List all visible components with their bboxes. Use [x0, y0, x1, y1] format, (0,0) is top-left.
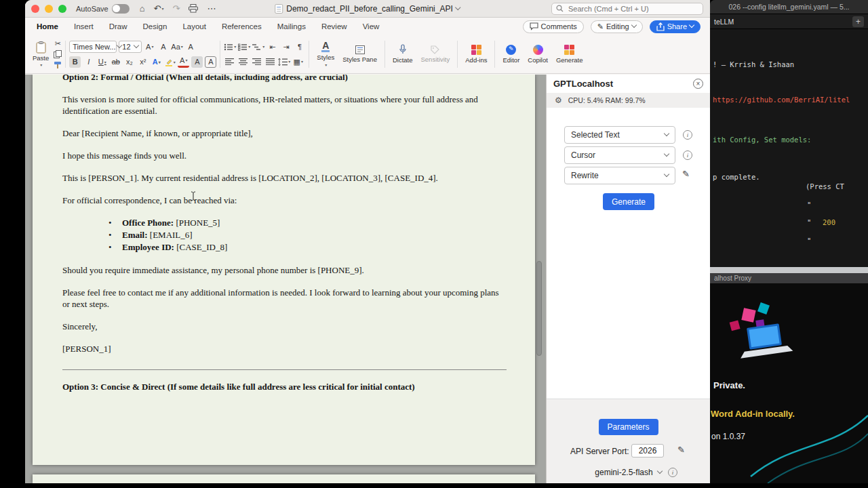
search-input[interactable] [567, 4, 698, 14]
change-case-button[interactable]: Aa [171, 41, 182, 53]
edit-port-icon[interactable]: ✎ [677, 445, 685, 455]
info-icon[interactable]: i [683, 150, 692, 160]
cut-icon[interactable]: ✂ [55, 40, 61, 47]
clear-formatting-button[interactable]: A [185, 41, 197, 53]
font-size-select[interactable]: 12 [119, 41, 142, 53]
document-page[interactable]: Option 2: Formal / Official (When all de… [33, 75, 535, 465]
print-icon[interactable] [189, 4, 198, 13]
superscript-button[interactable]: x² [137, 56, 149, 68]
strikethrough-button[interactable]: ab [110, 56, 121, 68]
parameters-button[interactable]: Parameters [598, 419, 658, 435]
subscript-button[interactable]: x₂ [123, 56, 135, 68]
multilevel-list-button[interactable] [252, 41, 264, 53]
chevron-down-icon [664, 151, 669, 157]
sensitivity-button[interactable]: Sensitivity [417, 45, 454, 63]
ribbon-tab[interactable]: Home [37, 22, 58, 30]
bullet-value: [PHONE_5] [174, 218, 220, 228]
ribbon-tab[interactable]: Design [143, 22, 167, 30]
italic-button[interactable]: I [83, 56, 94, 68]
format-painter-icon[interactable] [54, 61, 62, 69]
next-page-edge [33, 474, 535, 483]
copy-icon[interactable] [54, 50, 62, 58]
font-name-select[interactable]: Times New... [69, 41, 117, 53]
shrink-font-button[interactable]: A [157, 41, 169, 53]
line-spacing-button[interactable] [278, 56, 290, 68]
chevron-down-icon [631, 22, 636, 28]
close-window-button[interactable] [31, 5, 39, 13]
styles-pane-button[interactable]: Styles Pane [338, 45, 381, 63]
ribbon-tab[interactable]: Layout [182, 22, 206, 30]
search-box[interactable] [551, 3, 703, 15]
info-icon[interactable]: i [668, 468, 677, 477]
comments-button[interactable]: Comments [523, 20, 584, 33]
terminal-line: " [807, 201, 811, 209]
autosave-toggle-knob [113, 5, 120, 12]
bold-button[interactable]: B [69, 56, 81, 68]
terminal-line: https://github.com/BerriAI/litel [713, 96, 850, 104]
editing-mode-button[interactable]: ✎ Editing [591, 20, 643, 33]
indent-button[interactable]: ⇥ [280, 41, 292, 53]
editor-button[interactable]: ✎ Editor [498, 45, 524, 64]
borders-button[interactable]: ▦ [292, 56, 304, 68]
ribbon-tab[interactable]: Review [321, 22, 347, 30]
text-shading-button[interactable]: A [191, 56, 203, 68]
text-effects-button[interactable]: A [151, 56, 162, 68]
terminal-line: " [807, 237, 811, 245]
underline-button[interactable]: U [96, 56, 108, 68]
new-tab-button[interactable]: + [852, 16, 864, 27]
align-right-button[interactable] [251, 56, 262, 68]
terminal-line: 200 [823, 218, 835, 226]
justify-button[interactable] [264, 56, 276, 68]
bullet-label: Email: [122, 230, 148, 240]
ribbon-tab[interactable]: Insert [74, 22, 94, 30]
terminal-window[interactable]: 026 --config litellm_gemini.yaml — 5... … [710, 0, 868, 273]
document-scrollbar-thumb[interactable] [536, 261, 542, 356]
undo-icon[interactable]: ↶ [154, 4, 164, 13]
autosave-toggle[interactable] [112, 4, 130, 14]
model-dropdown[interactable]: gemini-2.5-flash [547, 468, 710, 477]
ribbon-tab[interactable]: References [222, 22, 262, 30]
show-paragraph-marks-button[interactable]: ¶ [294, 41, 305, 53]
position-dropdown[interactable]: Cursor [564, 146, 675, 164]
zoom-window-button[interactable] [58, 5, 66, 13]
home-icon[interactable]: ⌂ [140, 4, 145, 13]
group-separator [220, 41, 220, 68]
align-center-button[interactable] [237, 56, 249, 68]
terminal-tab-bar: teLLM + [710, 14, 868, 29]
copilot-icon [533, 45, 543, 55]
dictate-button[interactable]: Dictate [389, 44, 417, 64]
styles-button[interactable]: A Styles [313, 41, 338, 68]
ribbon-tab[interactable]: Mailings [277, 22, 306, 30]
more-toolbar-options-icon[interactable]: ⋯ [207, 4, 216, 13]
minimize-window-button[interactable] [45, 5, 53, 13]
character-border-button[interactable]: A [205, 56, 216, 68]
copilot-button[interactable]: Copilot [524, 45, 552, 64]
generate-button[interactable]: Generate [603, 193, 654, 210]
gear-icon[interactable]: ⚙ [555, 96, 562, 105]
share-button[interactable]: Share [650, 20, 701, 33]
terminal-tab[interactable]: teLLM [714, 18, 734, 26]
generate-addin-button[interactable]: Generate [552, 45, 587, 64]
outdent-button[interactable]: ⇤ [267, 41, 278, 53]
ribbon-tab[interactable]: Draw [109, 22, 127, 30]
terminal-output: ! — Krrish & Ishaanhttps://github.com/Be… [710, 29, 868, 254]
align-left-button[interactable] [224, 56, 235, 68]
localhost-proxy-window[interactable]: alhost Proxy Private. Word Add-in locall… [710, 273, 868, 483]
bulleted-list-button[interactable] [224, 41, 236, 53]
paste-button[interactable]: Paste [30, 40, 52, 68]
terminal-titlebar: 026 --config litellm_gemini.yaml — 5... [710, 0, 868, 14]
action-dropdown[interactable]: Rewrite [564, 167, 675, 184]
close-panel-icon[interactable]: × [693, 79, 703, 89]
info-icon[interactable]: i [683, 130, 692, 140]
port-input[interactable] [631, 444, 664, 458]
ribbon-tab[interactable]: View [363, 22, 380, 30]
highlight-button[interactable] [164, 56, 176, 68]
selection-dropdown[interactable]: Selected Text [564, 126, 675, 144]
document-title-group[interactable]: Demo_redact_PII_before_calling_Gemini_AP… [275, 4, 460, 14]
font-color-button[interactable]: A [178, 56, 189, 68]
numbered-list-button[interactable] [238, 41, 250, 53]
redo-icon[interactable]: ↷ [172, 4, 180, 13]
add-ins-button[interactable]: Add-ins [461, 45, 491, 64]
grow-font-button[interactable]: A [144, 41, 155, 53]
edit-prompt-icon[interactable]: ✎ [682, 169, 690, 179]
